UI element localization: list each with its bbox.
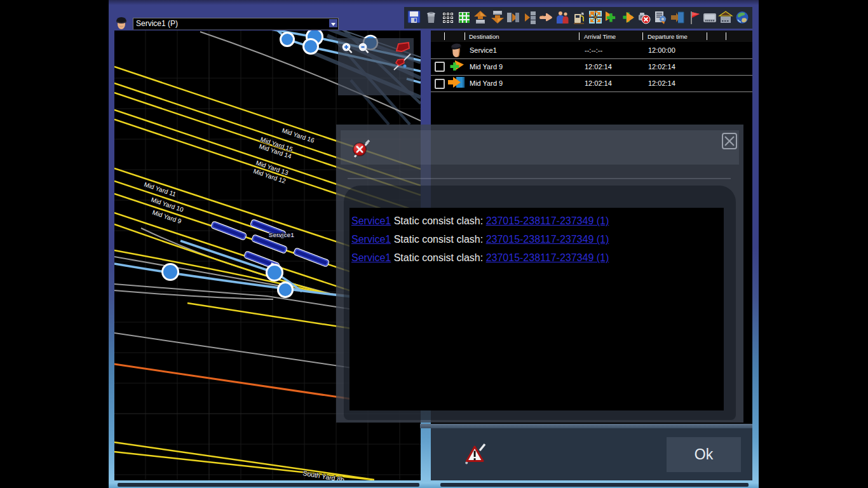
svg-text:Service1: Service1	[269, 232, 294, 238]
